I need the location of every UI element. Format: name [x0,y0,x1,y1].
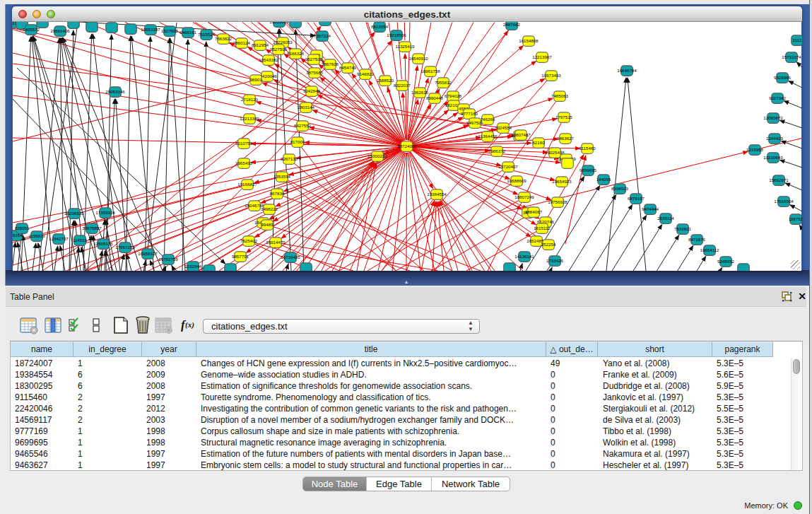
svg-text:10807487: 10807487 [511,132,531,137]
svg-text:9857791: 9857791 [232,254,249,259]
svg-text:19756928: 19756928 [548,199,567,204]
svg-text:1112: 1112 [793,37,802,42]
svg-text:3024554: 3024554 [495,125,512,130]
svg-text:16033809: 16033809 [269,22,289,24]
svg-text:116753: 116753 [789,216,802,221]
svg-text:20206535: 20206535 [64,211,84,216]
svg-text:19166827: 19166827 [237,182,257,187]
svg-text:7663822: 7663822 [215,36,233,41]
svg-text:835051: 835051 [15,226,30,230]
svg-text:21364456: 21364456 [478,134,498,139]
svg-text:9227342: 9227342 [769,95,787,100]
svg-text:19384554: 19384554 [427,192,447,197]
svg-text:16648784: 16648784 [617,68,637,73]
svg-text:8322037: 8322037 [394,83,411,88]
svg-text:867834: 867834 [270,191,285,196]
svg-text:9884067: 9884067 [525,209,543,214]
svg-text:1362615: 1362615 [411,90,429,95]
svg-text:14136141: 14136141 [514,254,534,259]
svg-text:8454749: 8454749 [339,65,357,70]
svg-text:9474444: 9474444 [642,206,659,211]
svg-text:1405572: 1405572 [23,27,40,32]
svg-text:6879197: 6879197 [628,196,645,201]
svg-text:16961758: 16961758 [420,69,440,74]
svg-text:8990448: 8990448 [426,95,444,100]
svg-text:8912954: 8912954 [252,42,269,47]
svg-text:9329966: 9329966 [774,75,792,80]
svg-text:9146821: 9146821 [357,71,375,76]
svg-text:12505135: 12505135 [93,241,113,246]
svg-text:1010753: 1010753 [235,141,253,146]
svg-text:9242848: 9242848 [303,88,321,93]
svg-text:16914479: 16914479 [266,240,286,245]
svg-text:6466161: 6466161 [180,30,197,35]
svg-text:817004: 817004 [290,139,305,144]
svg-text:9527506: 9527506 [270,47,288,52]
svg-text:1156829: 1156829 [28,233,45,238]
svg-text:10688609: 10688609 [507,178,526,183]
svg-text:144095: 144095 [596,177,611,182]
svg-text:30975857: 30975857 [82,226,102,230]
svg-text:1232344: 1232344 [184,264,202,269]
svg-text:10210643: 10210643 [763,155,783,160]
svg-text:12213389: 12213389 [240,116,259,121]
svg-text:17016504: 17016504 [774,199,794,204]
svg-text:2887682: 2887682 [503,22,521,27]
svg-text:1215958: 1215958 [746,147,764,152]
svg-text:2935114: 2935114 [657,216,674,221]
svg-text:1615112: 1615112 [534,226,551,230]
svg-text:(x): (x) [185,320,194,329]
svg-text:7485063: 7485063 [551,93,569,98]
svg-text:6794028: 6794028 [445,93,462,98]
svg-text:17359924: 17359924 [95,210,115,215]
svg-text:16782759: 16782759 [158,257,178,262]
svg-text:10653287: 10653287 [141,27,160,32]
svg-text:1353594: 1353594 [273,174,291,179]
svg-text:10973493: 10973493 [541,73,561,78]
svg-text:20691406: 20691406 [50,28,70,33]
svg-text:15751074: 15751074 [782,54,801,59]
svg-text:2803144: 2803144 [298,105,315,110]
svg-text:2867608: 2867608 [322,62,339,66]
svg-text:9527505: 9527505 [305,57,323,62]
svg-text:2718120: 2718120 [241,97,259,102]
svg-text:746266: 746266 [481,117,495,122]
svg-text:99489: 99489 [261,222,273,227]
svg-text:18807249: 18807249 [514,194,534,199]
svg-text:9115460: 9115460 [579,146,596,151]
svg-text:12093872: 12093872 [763,115,783,120]
svg-text:9777169: 9777169 [461,111,478,116]
svg-text:8186328: 8186328 [287,51,305,56]
svg-text:16543382: 16543382 [259,57,278,62]
svg-text:10654112: 10654112 [700,247,719,252]
svg-text:8938923: 8938923 [611,186,629,191]
svg-text:18724007: 18724007 [397,144,417,148]
svg-text:10958107: 10958107 [138,251,158,256]
svg-text:15720407: 15720407 [498,164,518,169]
svg-text:15716485: 15716485 [281,255,300,259]
svg-text:9463627: 9463627 [557,136,575,141]
svg-text:16154808: 16154808 [519,38,539,43]
svg-text:19218506: 19218506 [387,33,406,37]
svg-text:7357224: 7357224 [314,33,331,38]
svg-text:7955812: 7955812 [435,80,452,85]
svg-text:1965493: 1965493 [235,160,253,165]
svg-text:11325419: 11325419 [395,44,415,49]
svg-text:8427552: 8427552 [294,123,312,128]
svg-text:1797515: 1797515 [555,115,573,119]
svg-text:12342737: 12342737 [49,236,69,241]
svg-text:25300233: 25300233 [367,153,387,158]
svg-text:114519: 114519 [73,238,88,243]
svg-text:9860124: 9860124 [233,40,251,45]
svg-text:15692971: 15692971 [769,177,789,182]
svg-text:7625402: 7625402 [240,238,258,243]
svg-text:19654923: 19654923 [552,179,572,184]
svg-text:1733426: 1733426 [546,258,564,263]
svg-text:1527602: 1527602 [161,28,179,33]
svg-text:98901: 98901 [249,77,262,82]
svg-text:12213967: 12213967 [532,54,552,59]
svg-text:7515524: 7515524 [198,32,216,37]
svg-text:3498222: 3498222 [261,206,278,211]
svg-text:17957253: 17957253 [115,245,135,250]
svg-text:7986372: 7986372 [488,148,506,153]
